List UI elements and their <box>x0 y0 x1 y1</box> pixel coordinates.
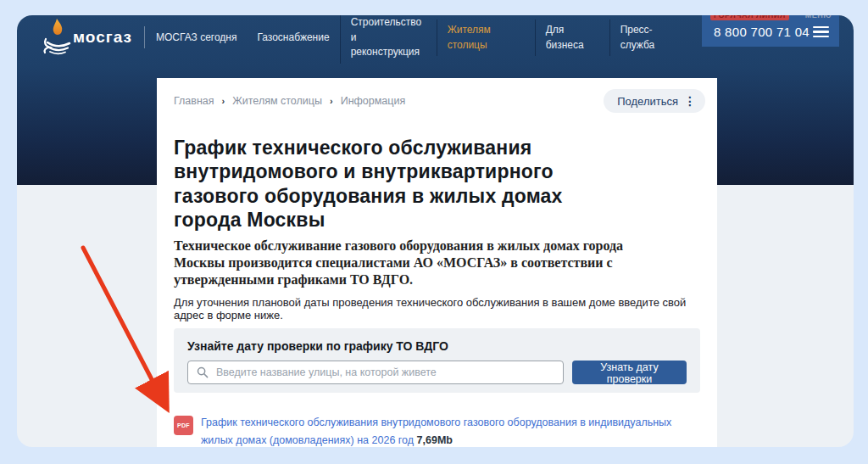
share-dots-icon: ⋮ <box>684 94 696 108</box>
article-lead: Техническое обслуживание газового оборуд… <box>174 238 625 288</box>
breadcrumb-current: Информация <box>341 95 406 107</box>
mosgaz-logo[interactable]: мосгаз <box>37 16 144 59</box>
main-nav: МОСГАЗ сегодня Газоснабжение Строительст… <box>146 15 674 60</box>
article-note: Для уточнения плановой даты проведения т… <box>174 296 704 321</box>
header-divider <box>144 26 145 48</box>
pdf-icon: PDF <box>174 416 193 435</box>
hotline-label: ГОРЯЧАЯ ЛИНИЯ <box>710 15 789 20</box>
nav-item-construction[interactable]: Строительство и реконструкция <box>340 15 435 64</box>
menu-label: МЕНЮ <box>805 15 832 20</box>
nav-item-press[interactable]: Пресс-служба <box>609 20 674 56</box>
pdf-file-size: 7,69Mb <box>417 434 453 446</box>
search-icon <box>197 366 209 378</box>
hotline-box: ГОРЯЧАЯ ЛИНИЯ МЕНЮ 8 800 700 71 04 <box>702 15 839 47</box>
article-card: Главная › Жителям столицы › Информация П… <box>157 78 717 447</box>
breadcrumb-separator: › <box>222 96 225 106</box>
share-button[interactable]: Поделиться ⋮ <box>604 89 705 113</box>
nav-item-mosgaz-today[interactable]: МОСГАЗ сегодня <box>146 27 247 48</box>
pdf-document-link[interactable]: PDF График технического обслуживания вну… <box>174 414 687 447</box>
page-title: График технического обслуживания внутрид… <box>174 136 604 231</box>
logo-wordmark: мосгаз <box>73 28 132 46</box>
pdf-link-text[interactable]: График технического обслуживания внутрид… <box>201 414 686 447</box>
breadcrumb-home[interactable]: Главная <box>174 95 214 107</box>
street-search-box[interactable] <box>187 361 564 384</box>
breadcrumb-separator: › <box>330 96 333 106</box>
schedule-check-panel: Узнайте дату проверки по графику ТО ВДГО… <box>174 328 700 393</box>
nav-item-gas-supply[interactable]: Газоснабжение <box>247 27 339 48</box>
check-date-button[interactable]: Узнать дату проверки <box>572 361 687 384</box>
street-search-input[interactable] <box>214 366 554 379</box>
hotline-phone[interactable]: 8 800 700 71 04 <box>714 25 810 39</box>
breadcrumb-residents[interactable]: Жителям столицы <box>232 95 322 107</box>
flame-icon <box>45 19 70 53</box>
search-form: Узнать дату проверки <box>187 361 687 384</box>
main-header: мосгаз МОСГАЗ сегодня Газоснабжение Стро… <box>17 15 854 60</box>
panel-title: Узнайте дату проверки по графику ТО ВДГО <box>187 339 687 353</box>
nav-item-residents[interactable]: Жителям столицы <box>437 20 509 56</box>
nav-item-business[interactable]: Для бизнеса <box>535 20 598 56</box>
site-page: мосгаз МОСГАЗ сегодня Газоснабжение Стро… <box>17 15 854 447</box>
breadcrumb: Главная › Жителям столицы › Информация <box>174 95 405 107</box>
share-button-label: Поделиться <box>617 95 678 108</box>
hamburger-menu-icon[interactable] <box>813 23 829 42</box>
